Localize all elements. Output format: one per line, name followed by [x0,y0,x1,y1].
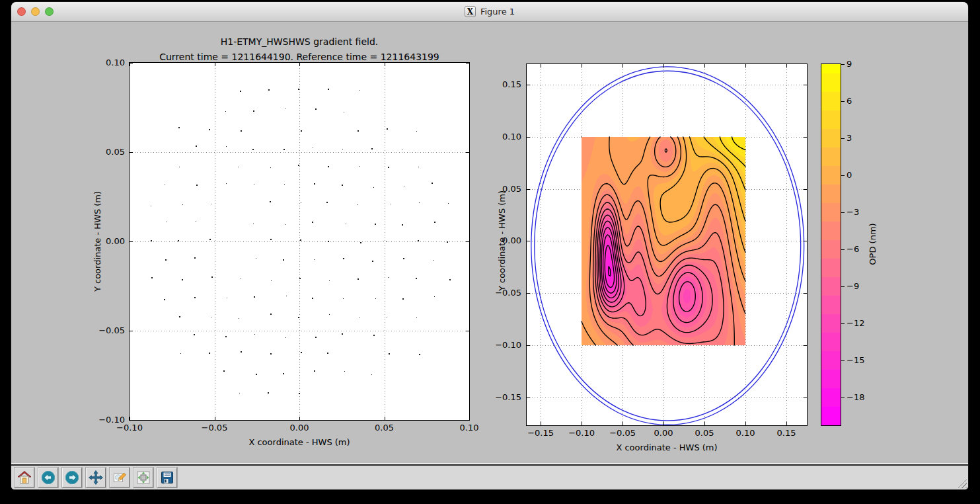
left-plot-ylabel: Y coordinate - HWS (m) [93,191,102,292]
toolbar-configure-subplots-button[interactable] [133,468,153,487]
left-ytick-label: 0.10 [106,58,125,67]
colorbar-tick-label: −12 [847,319,864,328]
colorbar-tick-label: −15 [847,356,864,365]
subplots-icon [135,470,151,485]
right-ytick-label: −0.10 [495,341,521,350]
right-ytick-label: 0.05 [502,185,521,194]
colorbar-tick [841,212,845,213]
right-plot-xlabel: X coordinate - HWS (m) [616,442,717,452]
toolbar [11,464,968,489]
left-plot-title: H1-ETMY_HWSHWS gradient field. Current t… [129,34,470,65]
toolbar-back-button[interactable] [38,468,58,487]
left-ytick-label: −0.10 [98,415,125,425]
pan-icon [88,470,104,485]
left-ytick-label: 0.05 [106,147,125,157]
colorbar-tick [841,360,845,361]
home-icon [17,470,32,485]
left-xtick-label: 0.05 [375,423,394,433]
left-ytick-label: 0.00 [106,237,125,246]
toolbar-home-button[interactable] [15,468,34,487]
right-ytick-label: 0.15 [502,80,521,89]
right-xtick-label: −0.05 [609,429,636,438]
toolbar-pan-button[interactable] [86,468,106,487]
right-ytick-label: −0.05 [495,288,521,298]
colorbar-tick [841,175,845,176]
minimize-button[interactable] [31,7,40,16]
left-plot-axes [129,62,470,421]
colorbar-tick [841,64,845,65]
toolbar-save-button[interactable] [157,468,177,487]
right-xtick-label: −0.15 [527,429,554,438]
right-xtick-label: 0.05 [695,429,714,438]
right-xtick-label: 0.00 [654,429,673,438]
colorbar-gradient [821,64,841,425]
toolbar-forward-button[interactable] [62,468,82,487]
colorbar-tick-label: 0 [847,171,852,180]
right-xtick-label: 0.15 [777,429,796,438]
colorbar-tick-label: 3 [847,134,852,143]
left-xtick-label: 0.10 [460,423,479,433]
right-plot-area[interactable] [527,64,807,425]
left-plot-xlabel: X coordinate - HWS (m) [248,437,350,447]
left-xtick-label: −0.10 [116,423,143,433]
left-xtick-label: 0.00 [290,423,309,433]
colorbar-tick-label: −3 [847,208,859,217]
toolbar-buttons [11,466,968,487]
colorbar-tick [841,101,845,102]
right-ytick-label: −0.15 [495,393,521,402]
colorbar-tick-label: −9 [847,282,859,291]
colorbar [821,63,841,426]
titlebar-center: X Figure 1 [11,2,968,21]
right-ytick-label: 0.10 [502,132,521,142]
traffic-lights [17,7,54,16]
colorbar-label: OPD (nm) [868,223,878,265]
titlebar[interactable]: X Figure 1 [11,2,968,22]
close-button[interactable] [17,7,26,16]
left-plot-area[interactable] [130,63,469,420]
colorbar-tick [841,138,845,139]
figure-canvas: H1-ETMY_HWSHWS gradient field. Current t… [11,22,968,464]
colorbar-tick-label: −6 [847,245,859,254]
colorbar-tick-label: 6 [847,97,852,106]
back-icon [40,470,56,485]
save-icon [159,470,175,485]
forward-icon [64,470,80,485]
zoom-window-button[interactable] [45,7,54,16]
zoom-rect-icon [112,470,128,485]
right-xtick-label: 0.10 [736,429,755,438]
window-title: Figure 1 [480,7,515,17]
colorbar-tick-label: 9 [847,60,852,69]
right-xtick-label: −0.10 [568,429,595,438]
desktop-background: { "window": { "title": "Figure 1", "app_… [0,0,980,504]
left-xtick-label: −0.05 [202,423,228,433]
colorbar-tick [841,249,845,250]
toolbar-zoom-button[interactable] [110,468,130,487]
left-ytick-label: −0.05 [98,326,125,335]
right-ytick-label: 0.00 [502,236,521,245]
figure-window: X Figure 1 H1-ETMY_HWSHWS gradient field… [11,2,968,489]
colorbar-tick [841,323,845,324]
colorbar-tick [841,286,845,287]
x11-app-icon: X [465,6,476,17]
colorbar-tick-label: −18 [847,393,864,402]
colorbar-tick [841,398,845,398]
left-plot-title-line1: H1-ETMY_HWSHWS gradient field. [129,34,470,50]
right-plot-axes [526,63,808,426]
